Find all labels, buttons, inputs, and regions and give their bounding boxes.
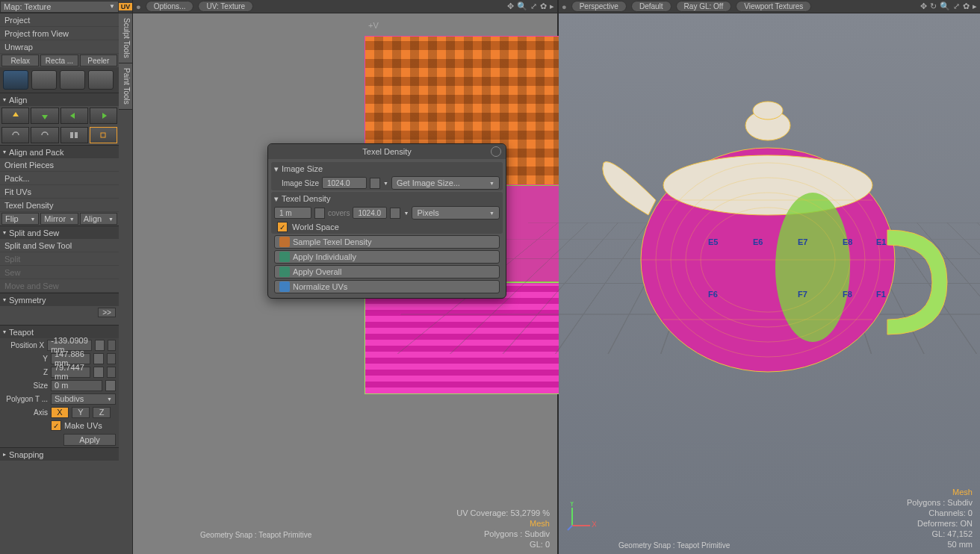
axis-x-button[interactable]: X — [51, 407, 69, 418]
chevron-down-icon[interactable]: ▼ — [403, 211, 409, 216]
split-sew-header[interactable]: ▾Split and Sew — [0, 225, 119, 239]
soft-icon[interactable] — [108, 340, 116, 351]
uv-gl-label: GL: 0 — [456, 539, 550, 550]
default-button[interactable]: Default — [631, 1, 672, 12]
world-space-checkbox[interactable]: ✓ — [277, 222, 288, 232]
unwrap-item[interactable]: Unwrap — [0, 40, 119, 54]
chevron-down-icon: ▼ — [107, 396, 112, 402]
poly-type-dropdown[interactable]: Subdivs▼ — [51, 393, 116, 405]
spinner-icon[interactable] — [314, 208, 325, 219]
ray-gl-button[interactable]: Ray GL: Off — [676, 1, 732, 12]
recta-button[interactable]: Recta ... — [40, 55, 78, 66]
texel-density-header: Texel Density — [282, 194, 330, 203]
symmetry-header[interactable]: ▾Symmetry — [0, 293, 119, 306]
rotate-icon[interactable]: ↻ — [930, 1, 937, 11]
flip-dropdown[interactable]: Flip▼ — [1, 213, 39, 225]
expand-icon[interactable]: ⤢ — [953, 1, 960, 11]
split-sew-tool-item[interactable]: Split and Sew Tool — [0, 239, 119, 252]
align-dropdown[interactable]: Align▼ — [80, 213, 117, 225]
perspective-button[interactable]: Perspective — [571, 1, 627, 12]
paint-tools-tab[interactable]: Paint Tools — [119, 63, 132, 110]
view-menu-icon[interactable]: ● — [562, 2, 567, 11]
pixels-dropdown[interactable]: Pixels▼ — [412, 206, 500, 220]
align-special-button[interactable] — [90, 127, 117, 143]
projection-tool-1[interactable] — [3, 70, 28, 90]
map-dropdown[interactable]: Map: Texture ▼ — [0, 1, 119, 13]
align-pack-header[interactable]: ▾Align and Pack — [0, 145, 119, 158]
spinner-icon[interactable] — [95, 340, 105, 351]
options-button[interactable]: Options... — [146, 1, 194, 12]
uv-tab[interactable]: UV — [119, 3, 132, 10]
symmetry-go-button[interactable]: >> — [98, 308, 116, 317]
projection-tool-4[interactable] — [88, 70, 114, 90]
viewport-textures-button[interactable]: Viewport Textures — [736, 1, 811, 12]
align-header[interactable]: ▾Align — [0, 93, 119, 106]
apply-individually-button[interactable]: Apply Individually — [274, 250, 500, 264]
make-uvs-checkbox[interactable]: ✓ — [51, 420, 61, 431]
relax-button[interactable]: Relax — [1, 55, 39, 66]
soft-icon[interactable] — [107, 353, 116, 364]
rotate-cw-button[interactable] — [31, 127, 58, 143]
image-size-input[interactable]: 1024.0 — [322, 177, 367, 189]
align-up-button[interactable] — [1, 108, 29, 124]
fit-uvs-item[interactable]: Fit UVs — [0, 185, 119, 199]
texel-density-item[interactable]: Texel Density — [0, 199, 119, 212]
mirror-dropdown[interactable]: Mirror▼ — [40, 213, 78, 225]
peeler-button[interactable]: Peeler — [80, 55, 117, 66]
spinner-icon[interactable] — [370, 178, 380, 189]
view-menu-icon[interactable]: ● — [136, 2, 141, 11]
position-z-input[interactable]: 79.7447 mm — [51, 367, 90, 378]
sample-texel-density-button[interactable]: Sample Texel Density — [274, 235, 500, 249]
density-value-input[interactable]: 1024.0 — [353, 207, 387, 219]
svg-rect-2 — [101, 133, 105, 137]
gear-icon[interactable]: ✿ — [540, 1, 547, 11]
spinner-icon[interactable] — [390, 208, 400, 219]
axis-y-button[interactable]: Y — [72, 407, 90, 418]
soft-icon[interactable] — [107, 367, 116, 378]
svg-text:E1: E1 — [876, 237, 886, 246]
gear-icon[interactable]: ✿ — [963, 1, 970, 11]
close-icon[interactable] — [491, 146, 501, 157]
project-item[interactable]: Project — [0, 13, 119, 27]
flip-h-button[interactable] — [61, 127, 88, 143]
get-image-size-button[interactable]: Get Image Size...▼ — [391, 176, 500, 190]
align-right-button[interactable] — [90, 108, 117, 124]
svg-rect-0 — [70, 132, 73, 138]
uv-mesh-label: Mesh — [456, 518, 550, 529]
axis-z-button[interactable]: Z — [93, 407, 111, 418]
chevron-down-icon[interactable]: ▼ — [383, 181, 388, 186]
spinner-icon[interactable] — [93, 353, 104, 364]
rotate-ccw-button[interactable] — [1, 127, 29, 143]
teapot-mesh[interactable]: E5 E6 E7 E8 E1 F6 F7 F8 F1 — [574, 51, 962, 409]
chevron-down-icon: ▾ — [3, 296, 6, 303]
image-size-header: Image Size — [282, 164, 323, 173]
apply-button[interactable]: Apply — [63, 434, 116, 446]
chevron-right-icon[interactable]: ▸ — [550, 1, 554, 11]
snapping-header[interactable]: ▸Snapping — [0, 447, 119, 461]
size-input[interactable]: 0 m — [51, 380, 102, 391]
orient-pieces-item[interactable]: Orient Pieces — [0, 158, 119, 172]
zoom-icon[interactable]: 🔍 — [940, 1, 950, 11]
chevron-right-icon[interactable]: ▸ — [973, 1, 977, 11]
uv-title-button[interactable]: UV: Texture — [198, 1, 253, 12]
projection-tool-3[interactable] — [60, 70, 85, 90]
spinner-icon[interactable] — [93, 367, 104, 378]
spinner-icon[interactable] — [105, 380, 116, 391]
align-down-button[interactable] — [31, 108, 58, 124]
move-icon[interactable]: ✥ — [507, 1, 514, 11]
project-from-view-item[interactable]: Project from View — [0, 27, 119, 40]
expand-icon[interactable]: ⤢ — [530, 1, 537, 11]
image-size-label: Image Size — [274, 179, 319, 187]
persp-gl-label: GL: 47,152 — [907, 529, 973, 539]
projection-tool-2[interactable] — [31, 70, 57, 90]
zoom-icon[interactable]: 🔍 — [517, 1, 527, 11]
apply-indiv-icon — [279, 252, 290, 262]
move-icon[interactable]: ✥ — [920, 1, 927, 11]
sculpt-tools-tab[interactable]: Sculpt Tools — [119, 13, 132, 63]
apply-overall-button[interactable]: Apply Overall — [274, 265, 500, 278]
align-left-button[interactable] — [61, 108, 88, 124]
unit-input[interactable]: 1 m — [274, 207, 311, 219]
pack-item[interactable]: Pack... — [0, 172, 119, 185]
normalize-uvs-button[interactable]: Normalize UVs — [274, 280, 500, 293]
svg-text:E6: E6 — [753, 237, 763, 246]
